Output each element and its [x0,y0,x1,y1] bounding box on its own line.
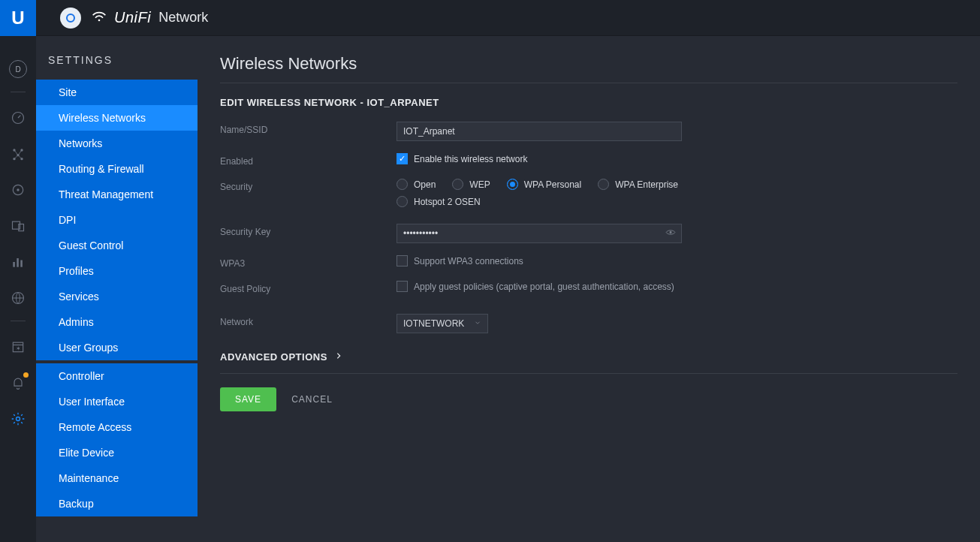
label-security-key: Security Key [220,224,397,237]
rail-dashboard[interactable] [0,100,36,136]
bars-icon [10,254,26,270]
content-area: Wireless Networks EDIT WIRELESS NETWORK … [198,36,980,542]
sidebar-item-label: Admins [59,316,94,328]
svg-point-0 [98,19,101,21]
sidebar-item-profiles[interactable]: Profiles [36,258,198,284]
save-button[interactable]: SAVE [220,387,276,411]
sidebar-item-label: Services [59,291,99,303]
sidebar-item-user-groups[interactable]: User Groups [36,335,198,360]
security-radio-hotspot2[interactable] [397,196,408,207]
label-network: Network [220,314,397,327]
header-content: UniFi Network [36,8,980,29]
rail-settings[interactable] [0,401,36,437]
guest-policy-checkbox[interactable] [397,281,408,292]
rail-devices[interactable] [0,208,36,244]
advanced-options-toggle[interactable]: ADVANCED OPTIONS [220,351,957,363]
sidebar-item-label: Networks [59,137,102,149]
security-radio-open[interactable] [397,179,408,190]
wpa3-checkbox[interactable] [397,255,408,266]
rail-separator [11,92,26,92]
sidebar-item-maintenance[interactable]: Maintenance [36,465,198,491]
svg-point-17 [17,417,20,421]
sidebar-item-networks[interactable]: Networks [36,131,198,156]
row-enabled: Enabled Enable this wireless network [220,153,957,167]
security-radio-wep[interactable] [452,179,463,190]
sidebar-item-admins[interactable]: Admins [36,309,198,335]
sidebar-item-site[interactable]: Site [36,80,198,105]
gauge-icon [10,110,26,126]
icon-rail: D [0,36,36,542]
divider [220,83,957,83]
row-wpa3: WPA3 Support WPA3 connections [220,255,957,269]
avatar-letter: D [9,60,27,78]
svg-point-8 [17,188,19,191]
svg-rect-13 [20,260,23,267]
sidebar-item-label: Wireless Networks [59,112,146,124]
brand-letter: U [11,8,24,29]
rail-insights[interactable] [0,280,36,316]
rail-avatar[interactable]: D [0,51,36,87]
cancel-button[interactable]: CANCEL [291,394,333,405]
sidebar-item-user-interface[interactable]: User Interface [36,389,198,414]
network-select-value: IOTNETWORK [403,318,464,329]
graph-nodes-icon [10,146,26,162]
svg-text:✶: ✶ [16,345,21,352]
section-head: EDIT WIRELESS NETWORK - IOT_ARPANET [220,97,957,108]
svg-rect-11 [13,262,15,267]
label-enabled: Enabled [220,153,397,167]
sidebar-item-threat-management[interactable]: Threat Management [36,182,198,207]
rail-events[interactable]: ✶ [0,329,36,365]
security-radio-wpa-enterprise[interactable] [598,179,609,190]
sidebar-item-label: Site [59,86,77,98]
network-select[interactable]: IOTNETWORK [397,314,488,333]
sidebar-item-wireless-networks[interactable]: Wireless Networks [36,105,198,131]
calendar-star-icon: ✶ [10,339,26,355]
ssid-input[interactable] [397,122,682,141]
rail-map[interactable] [0,172,36,208]
row-network: Network IOTNETWORK [220,314,957,333]
brand-logo[interactable]: U [0,0,36,36]
security-hotspot2-label: Hotspot 2 OSEN [414,197,481,207]
rail-alerts[interactable] [0,365,36,401]
sidebar-item-guest-control[interactable]: Guest Control [36,233,198,258]
sidebar-item-routing-firewall[interactable]: Routing & Firewall [36,156,198,182]
product-right: Network [158,10,208,26]
guest-policy-text: Apply guest policies (captive portal, gu… [414,282,674,292]
globe-icon [10,290,26,306]
sidebar-item-label: Routing & Firewall [59,163,144,175]
row-security: Security Open WEP WPA Personal WPA Enter… [220,179,957,207]
page-title: Wireless Networks [220,54,957,74]
sidebar-item-services[interactable]: Services [36,284,198,309]
sidebar-item-label: Backup [59,498,94,510]
wifi-icon [92,10,107,26]
sidebar-item-label: Threat Management [59,188,153,200]
sidebar-item-backup[interactable]: Backup [36,491,198,516]
controller-icon[interactable] [60,8,81,29]
sidebar-item-controller[interactable]: Controller [36,363,198,389]
label-wpa3: WPA3 [220,255,397,269]
rail-statistics[interactable] [0,244,36,280]
row-guest-policy: Guest Policy Apply guest policies (capti… [220,281,957,294]
svg-rect-12 [17,258,19,267]
eye-icon[interactable] [665,227,676,240]
security-wpa-enterprise-label: WPA Enterprise [615,179,678,190]
label-ssid: Name/SSID [220,122,397,135]
chevron-right-icon [335,351,342,363]
rail-clients[interactable] [0,136,36,172]
enabled-text: Enable this wireless network [414,154,527,164]
sidebar-item-remote-access[interactable]: Remote Access [36,414,198,440]
sidebar-item-dpi[interactable]: DPI [36,207,198,233]
rail-separator-2 [11,321,26,321]
svg-rect-10 [19,224,24,231]
security-radio-wpa-personal[interactable] [507,179,518,190]
gear-icon [10,411,26,427]
enabled-checkbox[interactable] [397,153,408,164]
advanced-options-label: ADVANCED OPTIONS [220,351,327,363]
sidebar-item-elite-device[interactable]: Elite Device [36,440,198,465]
security-key-input[interactable] [397,224,682,243]
product-name: UniFi Network [92,9,208,26]
sidebar-title: SETTINGS [36,54,198,80]
sidebar-item-label: Maintenance [59,472,119,484]
sidebar-item-label: Guest Control [59,239,123,251]
top-header: U UniFi Network [0,0,980,36]
